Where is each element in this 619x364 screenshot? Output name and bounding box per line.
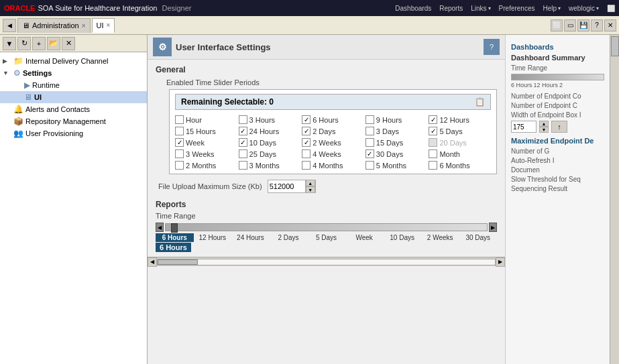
nav-preferences[interactable]: Preferences <box>499 5 535 12</box>
checkbox-item[interactable]: 4 Weeks <box>302 149 364 158</box>
help-icon[interactable]: ? <box>484 39 500 55</box>
reports-slider-thumb[interactable] <box>171 223 178 233</box>
right-slider-bar[interactable] <box>511 74 604 80</box>
checkbox-item[interactable]: 12 Hours <box>429 115 491 124</box>
tab-restore-btn[interactable]: ⬜ <box>551 19 563 32</box>
time-label[interactable]: 12 Hours <box>194 233 232 242</box>
sidebar-item-ui[interactable]: 🖥 UI <box>0 91 147 103</box>
panel-icon[interactable]: 📋 <box>475 97 485 107</box>
nav-weblogic[interactable]: weblogic ▾ <box>569 5 599 12</box>
checkbox[interactable] <box>429 127 437 135</box>
scroll-thumb[interactable] <box>158 259 198 265</box>
nav-dashboards[interactable]: Dashboards <box>395 5 431 12</box>
checkbox-item[interactable]: 25 Days <box>239 149 301 158</box>
checkbox[interactable] <box>302 138 311 147</box>
checkbox-item[interactable]: 5 Days <box>429 127 491 135</box>
checkbox[interactable] <box>429 115 437 124</box>
checkbox-item[interactable]: 15 Hours <box>175 127 237 135</box>
tab-administration[interactable]: 🖥 Administration × <box>17 18 91 33</box>
file-upload-spinner-up[interactable]: ▲ <box>306 180 315 186</box>
ui-tab-close[interactable]: × <box>107 21 111 29</box>
right-scroll-track[interactable] <box>610 35 619 364</box>
sidebar-add-btn[interactable]: + <box>32 37 46 50</box>
time-label[interactable]: 2 Days <box>270 233 308 242</box>
time-label[interactable]: 30 Days <box>459 233 498 242</box>
checkbox[interactable] <box>239 161 247 170</box>
nav-reports[interactable]: Reports <box>439 5 463 12</box>
time-label[interactable]: 6 Hours <box>156 233 194 242</box>
checkbox[interactable] <box>429 149 437 158</box>
checkbox[interactable] <box>302 127 311 135</box>
nav-help[interactable]: Help ▾ <box>543 5 561 12</box>
sidebar-item-repository[interactable]: 📦 Repository Management <box>0 115 147 127</box>
sidebar-close-btn[interactable]: ✕ <box>62 37 75 50</box>
checkbox[interactable] <box>365 115 374 124</box>
right-width-spinner-down[interactable]: ▼ <box>539 127 549 133</box>
sidebar-item-user-provisioning[interactable]: 👥 User Provisioning <box>0 127 147 139</box>
checkbox-item[interactable]: 3 Weeks <box>175 149 237 158</box>
scroll-track[interactable] <box>157 259 496 265</box>
tab-close-btn[interactable]: ✕ <box>604 19 616 32</box>
file-upload-input[interactable] <box>268 180 305 192</box>
nav-window[interactable]: ⬜ <box>607 5 615 12</box>
checkbox-item[interactable]: 15 Days <box>365 138 428 147</box>
checkbox-item[interactable]: 2 Weeks <box>302 138 364 147</box>
sidebar-folder-btn[interactable]: 📂 <box>47 37 60 50</box>
sidebar-refresh-btn[interactable]: ↻ <box>17 37 31 50</box>
checkbox[interactable] <box>429 161 437 170</box>
checkbox-item[interactable]: 9 Hours <box>365 115 428 124</box>
checkbox[interactable] <box>302 149 311 158</box>
checkbox-item[interactable]: 6 Months <box>429 161 491 170</box>
right-width-spinner-up[interactable]: ▲ <box>539 121 549 127</box>
sidebar-item-alerts[interactable]: 🔔 Alerts and Contacts <box>0 103 147 115</box>
checkbox[interactable] <box>239 138 247 147</box>
sidebar-filter-btn[interactable]: ▼ <box>3 37 16 50</box>
checkbox-item[interactable]: 4 Months <box>302 161 364 170</box>
scroll-left[interactable]: ◀ <box>148 257 157 267</box>
sidebar-item-internal-delivery[interactable]: ▶ 📁 Internal Delivery Channel <box>0 55 147 67</box>
slider-left-arrow[interactable]: ◀ <box>156 223 164 232</box>
checkbox[interactable] <box>302 115 311 124</box>
checkbox-item[interactable]: 6 Hours <box>302 115 364 124</box>
checkbox[interactable] <box>429 138 437 147</box>
checkbox[interactable] <box>239 115 247 124</box>
time-label[interactable]: 10 Days <box>383 233 421 242</box>
checkbox[interactable] <box>365 149 374 158</box>
slider-right-arrow[interactable]: ▶ <box>489 223 497 232</box>
tab-minimize-btn[interactable]: ▭ <box>564 19 576 32</box>
checkbox-item[interactable]: 20 Days <box>429 138 491 147</box>
file-upload-spinner-down[interactable]: ▼ <box>306 186 315 193</box>
admin-tab-close[interactable]: × <box>82 22 86 29</box>
checkbox-item[interactable]: 30 Days <box>365 149 428 158</box>
checkbox-item[interactable]: 3 Months <box>239 161 301 170</box>
checkbox-item[interactable]: 3 Hours <box>239 115 301 124</box>
checkbox[interactable] <box>365 138 374 147</box>
checkbox-item[interactable]: 3 Days <box>365 127 428 135</box>
checkbox-item[interactable]: 10 Days <box>239 138 301 147</box>
checkbox[interactable] <box>175 149 184 158</box>
time-label[interactable]: 24 Hours <box>231 233 270 242</box>
checkbox-item[interactable]: 2 Months <box>175 161 237 170</box>
scroll-right[interactable]: ▶ <box>496 257 505 267</box>
time-label[interactable]: 5 Days <box>307 233 345 242</box>
right-width-input[interactable] <box>511 121 537 133</box>
checkbox[interactable] <box>302 161 311 170</box>
tab-save-btn[interactable]: 💾 <box>577 19 589 32</box>
checkbox[interactable] <box>175 138 184 147</box>
checkbox[interactable] <box>239 149 247 158</box>
checkbox[interactable] <box>365 127 374 135</box>
checkbox-item[interactable]: 2 Days <box>302 127 364 135</box>
time-label[interactable]: Week <box>345 233 384 242</box>
tab-back-btn[interactable]: ◀ <box>3 19 16 32</box>
checkbox[interactable] <box>175 161 184 170</box>
checkbox-item[interactable]: 24 Hours <box>239 127 301 135</box>
checkbox[interactable] <box>239 127 247 135</box>
time-label[interactable]: 2 Weeks <box>421 233 459 242</box>
sidebar-item-runtime[interactable]: ▶ Runtime <box>0 79 147 91</box>
checkbox-item[interactable]: Hour <box>175 115 237 124</box>
right-upload-btn[interactable]: ↑ <box>551 121 567 133</box>
right-scroll-thumb[interactable] <box>611 36 619 56</box>
tab-help-btn[interactable]: ? <box>591 19 603 32</box>
reports-slider-track[interactable] <box>165 223 488 231</box>
checkbox[interactable] <box>365 161 374 170</box>
